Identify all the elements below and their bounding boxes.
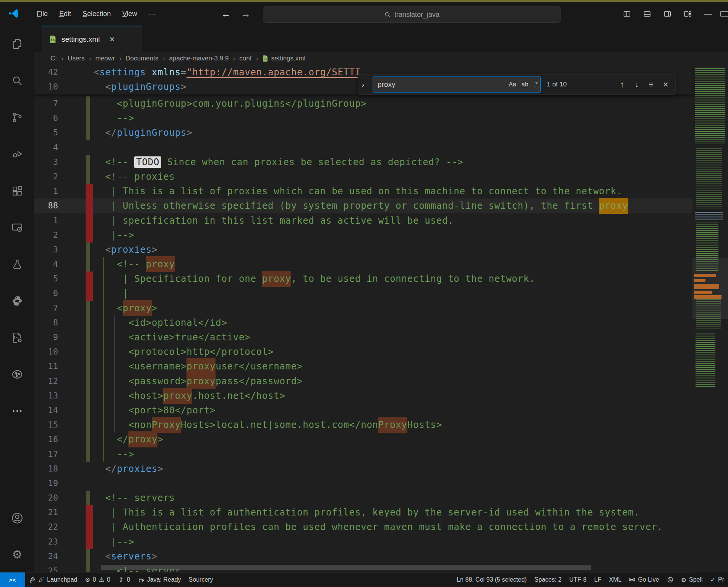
find-expand-chevron-icon[interactable]: › [358,75,368,94]
code-line[interactable]: 5 </pluginGroups> [34,125,728,140]
activity-remote-explorer[interactable] [0,209,34,246]
maximize-icon[interactable] [718,2,728,26]
toggle-secondary-sidebar-icon[interactable] [657,2,678,26]
code-line[interactable]: 7 <pluginGroup>com.your.plugins</pluginG… [34,96,728,111]
code-line[interactable]: 10 <protocol>http</protocol> [34,345,728,359]
horizontal-scrollbar[interactable] [101,565,591,570]
code-line[interactable]: 2 |--> [34,228,728,242]
minimize-icon[interactable]: — [698,2,718,26]
breadcrumb-file[interactable]: settings.xml [262,55,305,62]
code-line[interactable]: 13 <host>proxy.host.net</host> [34,389,728,403]
code-line[interactable]: 5 | Specification for one proxy, to be u… [34,272,728,286]
activity-accounts[interactable] [0,500,34,536]
code-line[interactable]: 11 <username>proxyuser</username> [34,359,728,374]
minimap[interactable] [692,65,728,572]
copilot-disabled-button[interactable] [663,572,678,587]
activity-search[interactable] [0,62,34,99]
code-line[interactable]: 2 <!-- proxies [34,169,728,184]
remote-indicator[interactable]: >< [0,572,25,587]
next-match-icon[interactable]: ↓ [629,77,644,92]
code-line[interactable]: 12 <password>proxypass</password> [34,374,728,389]
code-line[interactable]: 19 [34,476,728,491]
go-live-button[interactable]: Go Live [625,572,663,587]
activity-source-control[interactable] [0,99,34,136]
code-line[interactable]: 9 <active>true</active> [34,330,728,345]
regex-icon[interactable]: .* [531,81,540,88]
sourcery-button[interactable]: Sourcery [185,572,217,587]
code-line[interactable]: 14 <port>80</port> [34,403,728,418]
menu-edit[interactable]: Edit [55,8,76,20]
activity-cmake-tools[interactable] [0,319,34,356]
indentation-button[interactable]: Spaces: 2 [530,572,565,587]
match-case-icon[interactable]: Aa [506,81,519,88]
code-line[interactable]: 6 --> [34,111,728,125]
editor-pane[interactable]: 7 <pluginGroup>com.your.plugins</pluginG… [34,65,728,572]
ports-button[interactable]: 0 [114,572,134,587]
code-line[interactable]: 3 <proxies> [34,242,728,257]
command-center-search[interactable]: translator_java [263,7,561,23]
toggle-panel-icon[interactable] [637,2,657,26]
breadcrumb-item[interactable]: Users [68,55,84,62]
code-line[interactable]: 17 --> [34,447,728,462]
breadcrumb-item[interactable]: meowr [95,55,115,62]
activity-dependency-graph[interactable] [0,356,34,393]
launchpad-label: Launchpad [47,576,77,583]
code-line[interactable]: 4 [34,140,728,155]
toggle-sidebar-icon[interactable] [617,2,637,26]
minimap-match-highlight [694,291,712,294]
breadcrumb-item[interactable]: C: [50,55,57,62]
back-arrow-icon[interactable]: ← [221,8,231,20]
code-line[interactable]: 7 <proxy> [34,301,728,315]
activity-more[interactable] [0,393,34,429]
spell-checker-button[interactable]: ⚙ Spell [678,572,707,587]
code-line[interactable]: 22 | Authentication profiles can be used… [34,520,728,534]
code-line[interactable]: 21 | This is a list of authentication pr… [34,505,728,520]
activity-extensions[interactable] [0,172,34,209]
activity-testing[interactable] [0,246,34,283]
launchpad-button[interactable]: Launchpad [25,572,81,587]
find-input[interactable] [373,80,506,89]
menu-view[interactable]: View [118,8,142,20]
eol-button[interactable]: LF [590,572,605,587]
code-line[interactable]: 23 |--> [34,535,728,549]
problems-button[interactable]: ⊗ 0 ⚠ 0 [81,572,114,587]
language-mode-button[interactable]: XML [605,572,626,587]
activity-python[interactable] [0,283,34,319]
customize-layout-icon[interactable] [678,2,698,26]
previous-match-icon[interactable]: ↑ [615,77,629,92]
code-line[interactable]: 15 <nonProxyHosts>local.net|some.host.co… [34,418,728,432]
code-line[interactable]: 4 <!-- proxy [34,257,728,272]
code-line[interactable]: 1 | This is a list of proxies which can … [34,184,728,198]
find-in-selection-icon[interactable]: ≡ [644,77,658,92]
breadcrumb-item[interactable]: apache-maven-3.9.9 [169,55,229,62]
code-line[interactable]: 6 | [34,286,728,301]
code-line[interactable]: 24 <servers> [34,549,728,564]
breadcrumb-separator: › [61,55,63,63]
cursor-position-button[interactable]: Ln 88, Col 93 (5 selected) [453,572,530,587]
code-line[interactable]: 1 | specification in this list marked as… [34,213,728,228]
whole-word-icon[interactable]: ab [519,81,531,88]
breadcrumb-item[interactable]: Documents [125,55,158,62]
tab-close-icon[interactable]: × [109,35,115,44]
code-line[interactable]: 20 <!-- servers [34,491,728,505]
code-line[interactable]: 3 <!-- TODO Since when can proxies be se… [34,155,728,169]
breadcrumb-item[interactable]: conf [239,55,251,62]
line-number: 7 [34,96,58,111]
activity-run-debug[interactable] [0,136,34,172]
activity-explorer[interactable] [0,26,34,62]
tab-settings-xml[interactable]: settings.xml × [42,26,142,52]
code-line[interactable]: 16 </proxy> [34,432,728,447]
encoding-button[interactable]: UTF-8 [566,572,590,587]
close-find-icon[interactable]: × [658,77,673,92]
menu-file[interactable]: File [32,8,52,20]
menu-selection[interactable]: Selection [78,8,115,20]
code-line[interactable]: 88 | Unless otherwise specified (by syst… [34,198,728,213]
code-line[interactable]: 18 </proxies> [34,462,728,476]
git-gutter-decoration [86,418,90,432]
forward-arrow-icon[interactable]: → [241,8,251,20]
prettier-button[interactable]: ✓ Pr [707,572,728,587]
menu-overflow[interactable]: ··· [144,8,160,20]
code-line[interactable]: 8 <id>optional</id> [34,315,728,330]
activity-settings[interactable]: ⚙ [0,536,34,572]
java-status-button[interactable]: Java: Ready [134,572,185,587]
